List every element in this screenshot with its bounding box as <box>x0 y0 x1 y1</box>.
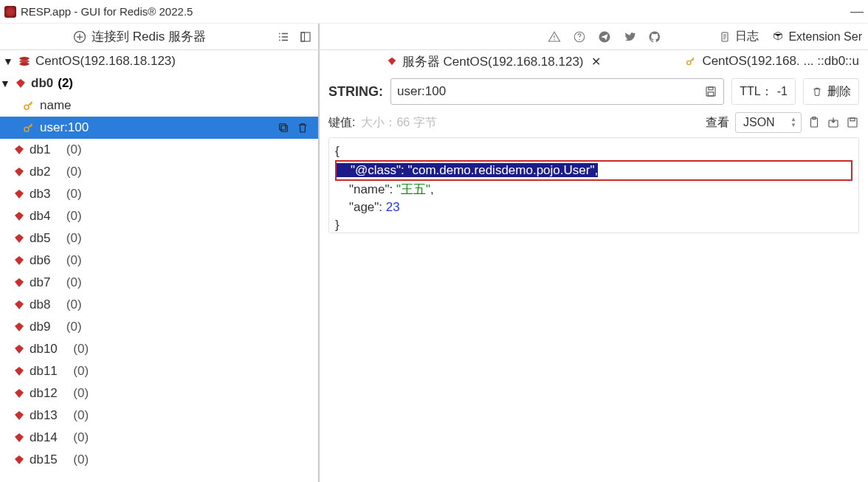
db-node[interactable]: db11 (0) <box>0 360 318 382</box>
svg-point-15 <box>687 61 691 64</box>
ttl-button[interactable]: TTL： -1 <box>731 78 796 105</box>
db-node[interactable]: db6 (0) <box>0 249 318 272</box>
extension-button[interactable]: Extension Ser <box>772 30 862 44</box>
copy-icon[interactable] <box>277 121 290 134</box>
content-area: 服务器 CentOS(192.168.18.123) ✕ CentOS(192.… <box>320 50 868 482</box>
trash-icon[interactable] <box>296 121 309 134</box>
svg-rect-14 <box>280 124 286 130</box>
document-icon <box>719 31 731 43</box>
help-circle-icon[interactable] <box>573 30 586 44</box>
db-name: db1 <box>30 142 50 157</box>
save-file-icon[interactable] <box>846 116 859 129</box>
db0-count: (2) <box>58 76 73 91</box>
key-icon <box>22 121 35 134</box>
key-label: name <box>40 98 72 113</box>
db-node[interactable]: db15 (0) <box>0 449 318 471</box>
save-icon[interactable] <box>704 85 717 98</box>
db-icon <box>13 365 25 377</box>
db-node[interactable]: db9 (0) <box>0 316 318 338</box>
panel-toggle-icon[interactable] <box>299 30 312 44</box>
db-count: (0) <box>66 275 82 290</box>
db-node[interactable]: db2 (0) <box>0 161 318 183</box>
extension-label: Extension Ser <box>788 30 862 44</box>
db-count: (0) <box>66 297 82 312</box>
db-count: (0) <box>66 142 82 157</box>
db0-name: db0 <box>31 76 53 91</box>
list-view-icon[interactable] <box>277 30 290 44</box>
db0-node[interactable]: ▼ db0 (2) <box>0 72 318 94</box>
db-name: db7 <box>30 275 50 290</box>
db-node[interactable]: db10 (0) <box>0 338 318 360</box>
db-node[interactable]: db4 (0) <box>0 205 318 227</box>
view-format-select[interactable]: JSON ▲▼ <box>735 112 802 133</box>
db-name: db12 <box>30 386 58 401</box>
db-node[interactable]: db7 (0) <box>0 272 318 294</box>
db-icon <box>13 166 25 178</box>
db-name: db9 <box>30 320 50 334</box>
telegram-icon[interactable] <box>598 30 611 44</box>
server-node[interactable]: ▼ CentOS(192.168.18.123) <box>0 50 318 72</box>
connect-redis-button[interactable]: 连接到 Redis 服务器 <box>6 28 272 45</box>
db-name: db5 <box>30 231 50 246</box>
db-icon <box>13 388 25 399</box>
window-title: RESP.app - GUI for Redis® 2022.5 <box>21 5 193 18</box>
key-name-value: user:100 <box>397 84 446 99</box>
db-name: db3 <box>30 187 50 202</box>
log-label: 日志 <box>735 29 759 44</box>
close-icon[interactable]: ✕ <box>588 55 601 69</box>
db-icon <box>13 188 25 200</box>
key-node[interactable]: user:100 <box>0 117 318 139</box>
delete-label: 删除 <box>827 84 851 100</box>
json-open: { <box>335 142 852 160</box>
trash-icon <box>811 86 823 97</box>
db-icon <box>13 299 25 311</box>
log-button[interactable]: 日志 <box>719 29 759 44</box>
db-count: (0) <box>66 253 82 268</box>
key-header: STRING: user:100 TTL： -1 删除 <box>320 72 868 111</box>
db-count: (0) <box>66 209 82 224</box>
tab-active-label: 服务器 CentOS(192.168.18.123) <box>402 53 584 70</box>
diamond-icon <box>386 55 398 67</box>
svg-rect-13 <box>281 125 287 131</box>
db-name: db10 <box>30 342 58 357</box>
json-class-line-highlight: "@class": "com.demo.redisdemo.pojo.User"… <box>335 160 852 181</box>
svg-rect-22 <box>848 118 857 127</box>
view-label: 查看 <box>706 115 729 131</box>
minimize-icon[interactable]: — <box>850 4 864 19</box>
db-name: db15 <box>30 452 58 467</box>
db-icon <box>13 144 25 156</box>
db-icon <box>13 277 25 289</box>
db-node[interactable]: db5 (0) <box>0 227 318 249</box>
db-name: db2 <box>30 165 50 179</box>
github-icon[interactable] <box>648 30 661 44</box>
tabs-bar: 服务器 CentOS(192.168.18.123) ✕ CentOS(192.… <box>320 50 868 72</box>
key-name-input[interactable]: user:100 <box>390 78 724 105</box>
tab-server[interactable]: 服务器 CentOS(192.168.18.123) ✕ <box>382 52 605 72</box>
key-label: user:100 <box>40 120 89 135</box>
sidebar: ▼ CentOS(192.168.18.123) ▼ db0 (2) nameu… <box>0 50 320 482</box>
db-node[interactable]: db13 (0) <box>0 404 318 427</box>
db-node[interactable]: db14 (0) <box>0 427 318 449</box>
db-name: db4 <box>30 209 50 224</box>
key-node[interactable]: name <box>0 94 318 117</box>
tab-secondary-label: CentOS(192.168. ... ::db0::u <box>702 54 859 69</box>
chevron-down-icon: ▼ <box>3 55 13 67</box>
db-node[interactable]: db12 (0) <box>0 382 318 404</box>
db-node[interactable]: db3 (0) <box>0 183 318 205</box>
import-icon[interactable] <box>827 116 840 129</box>
db-count: (0) <box>73 364 89 379</box>
twitter-icon[interactable] <box>623 30 636 44</box>
ttl-label: TTL： <box>740 84 772 100</box>
db-icon <box>13 343 25 355</box>
db-node[interactable]: db1 (0) <box>0 139 318 161</box>
db-icon <box>13 255 25 266</box>
alert-triangle-icon[interactable] <box>548 30 561 44</box>
clipboard-icon[interactable] <box>807 116 821 129</box>
titlebar: RESP.app - GUI for Redis® 2022.5 — <box>0 0 868 24</box>
db-node[interactable]: db8 (0) <box>0 294 318 316</box>
tab-key[interactable]: CentOS(192.168. ... ::db0::u <box>680 52 864 70</box>
ttl-value: -1 <box>777 85 788 98</box>
value-editor[interactable]: { "@class": "com.demo.redisdemo.pojo.Use… <box>328 137 859 233</box>
delete-button[interactable]: 删除 <box>803 78 859 105</box>
plus-circle-icon <box>72 30 87 44</box>
